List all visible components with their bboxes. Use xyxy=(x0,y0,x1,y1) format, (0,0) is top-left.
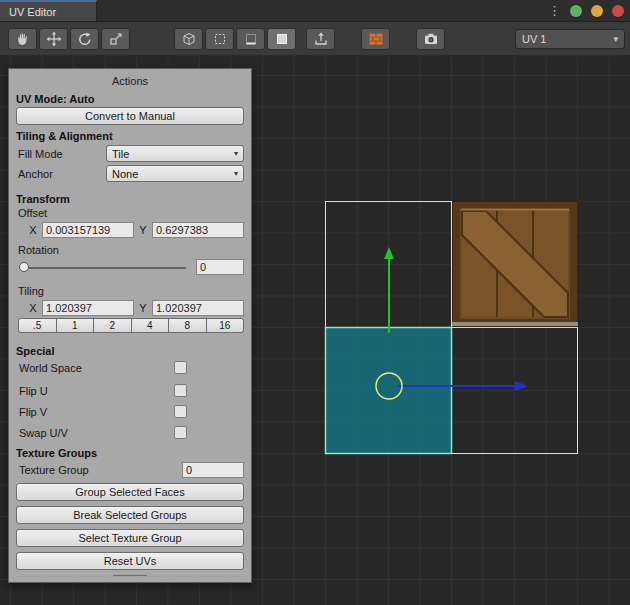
fill-mode-value: Tile xyxy=(112,148,129,160)
flip-v-row: Flip V xyxy=(16,403,244,420)
uv-toolbar: UV 1 ▾ xyxy=(0,22,630,56)
camera-icon xyxy=(423,31,439,47)
offset-fields-row: X Y xyxy=(28,221,244,238)
status-green-icon[interactable] xyxy=(570,5,582,17)
actions-panel: Actions UV Mode: Auto Convert to Manual … xyxy=(8,68,252,583)
uv-mode-label: UV Mode: Auto xyxy=(16,93,244,105)
texture-mode-button[interactable] xyxy=(361,28,390,50)
swap-uv-row: Swap U/V xyxy=(16,424,244,441)
offset-label: Offset xyxy=(16,207,244,219)
rotation-row xyxy=(18,258,244,275)
tab-uv-editor[interactable]: UV Editor xyxy=(0,0,97,21)
slider-knob[interactable] xyxy=(19,262,29,272)
selected-face[interactable] xyxy=(326,328,452,454)
rotation-field[interactable] xyxy=(196,259,244,275)
scale-tool-button[interactable] xyxy=(101,28,130,50)
select-edge-mode-button[interactable] xyxy=(236,28,265,50)
status-yellow-icon[interactable] xyxy=(591,5,603,17)
special-header: Special xyxy=(16,345,244,357)
move-tool-button[interactable] xyxy=(39,28,68,50)
screenshot-button[interactable] xyxy=(416,28,445,50)
rotation-slider[interactable] xyxy=(18,259,188,275)
status-red-icon[interactable] xyxy=(612,5,624,17)
rotate-icon xyxy=(77,31,93,47)
select-object-mode-button[interactable] xyxy=(174,28,203,50)
break-selected-groups-button[interactable]: Break Selected Groups xyxy=(16,506,244,524)
tiling-label: Tiling xyxy=(16,285,244,297)
swap-uv-checkbox[interactable] xyxy=(174,426,187,439)
chevron-down-icon: ▾ xyxy=(234,169,238,178)
panel-title: Actions xyxy=(16,75,244,87)
texture-groups-header: Texture Groups xyxy=(16,447,244,459)
flip-v-checkbox[interactable] xyxy=(174,405,187,418)
window-controls: ⋮ xyxy=(548,0,624,22)
reset-uvs-button[interactable]: Reset UVs xyxy=(16,552,244,570)
tiling-fields-row: X Y xyxy=(28,299,244,316)
move-icon xyxy=(46,31,62,47)
flip-v-label: Flip V xyxy=(16,406,174,418)
bricks-icon xyxy=(368,31,384,47)
uv-editor-window: UV Editor ⋮ xyxy=(0,0,630,605)
preset-8-button[interactable]: 8 xyxy=(168,318,207,333)
box-arrow-up-icon xyxy=(313,31,329,47)
preset-4-button[interactable]: 4 xyxy=(131,318,170,333)
texture-group-row: Texture Group xyxy=(16,461,244,478)
tiling-x-field[interactable] xyxy=(42,300,134,316)
menu-dots-icon[interactable]: ⋮ xyxy=(548,0,561,22)
preset-2-button[interactable]: 2 xyxy=(93,318,132,333)
world-space-checkbox[interactable] xyxy=(174,361,187,374)
flip-u-checkbox[interactable] xyxy=(174,384,187,397)
tiling-presets-row: .5 1 2 4 8 16 xyxy=(18,318,244,333)
convert-to-manual-button[interactable]: Convert to Manual xyxy=(16,107,244,125)
cube-icon xyxy=(181,31,197,47)
offset-y-label: Y xyxy=(138,224,148,236)
slider-track xyxy=(20,267,186,269)
pan-tool-button[interactable] xyxy=(8,28,37,50)
world-space-label: World Space xyxy=(16,362,174,374)
anchor-value: None xyxy=(112,168,138,180)
texture-group-field[interactable] xyxy=(182,462,244,478)
title-bar: UV Editor ⋮ xyxy=(0,0,630,22)
tiling-alignment-header: Tiling & Alignment xyxy=(16,130,244,142)
world-space-row: World Space xyxy=(16,359,244,376)
tiling-y-field[interactable] xyxy=(152,300,244,316)
select-vertex-mode-button[interactable] xyxy=(205,28,234,50)
uv-channel-dropdown[interactable]: UV 1 ▾ xyxy=(515,29,625,49)
fill-mode-dropdown[interactable]: Tile ▾ xyxy=(106,145,244,162)
crate-texture[interactable] xyxy=(452,201,578,327)
flip-u-label: Flip U xyxy=(16,385,174,397)
panel-resize-handle[interactable] xyxy=(113,575,147,576)
anchor-row: Anchor None ▾ xyxy=(16,164,244,183)
anchor-label: Anchor xyxy=(16,168,106,180)
v-axis-arrow[interactable] xyxy=(384,247,394,333)
preset-16-button[interactable]: 16 xyxy=(206,318,245,333)
selection-mode-group xyxy=(174,28,296,50)
chevron-down-icon: ▾ xyxy=(613,34,618,44)
preset-half-button[interactable]: .5 xyxy=(18,318,57,333)
flip-u-row: Flip U xyxy=(16,382,244,399)
anchor-dropdown[interactable]: None ▾ xyxy=(106,165,244,182)
tab-title: UV Editor xyxy=(9,6,56,18)
chevron-down-icon: ▾ xyxy=(234,149,238,158)
preset-1-button[interactable]: 1 xyxy=(56,318,95,333)
dashed-square-icon xyxy=(212,31,228,47)
filled-square-icon xyxy=(274,31,290,47)
rotation-label: Rotation xyxy=(16,244,244,256)
hand-icon xyxy=(15,31,31,47)
rotate-tool-button[interactable] xyxy=(70,28,99,50)
swap-uv-label: Swap U/V xyxy=(16,427,174,439)
edge-square-icon xyxy=(243,31,259,47)
texture-group-label: Texture Group xyxy=(16,464,182,476)
select-texture-group-button[interactable]: Select Texture Group xyxy=(16,529,244,547)
fill-mode-row: Fill Mode Tile ▾ xyxy=(16,144,244,163)
group-selected-faces-button[interactable]: Group Selected Faces xyxy=(16,483,244,501)
transform-header: Transform xyxy=(16,193,244,205)
tiling-x-label: X xyxy=(28,302,38,314)
select-face-mode-button[interactable] xyxy=(267,28,296,50)
scale-icon xyxy=(108,31,124,47)
offset-y-field[interactable] xyxy=(152,222,244,238)
tiling-y-label: Y xyxy=(138,302,148,314)
project-uv-button[interactable] xyxy=(306,28,335,50)
offset-x-field[interactable] xyxy=(42,222,134,238)
uv-channel-value: UV 1 xyxy=(522,33,546,45)
